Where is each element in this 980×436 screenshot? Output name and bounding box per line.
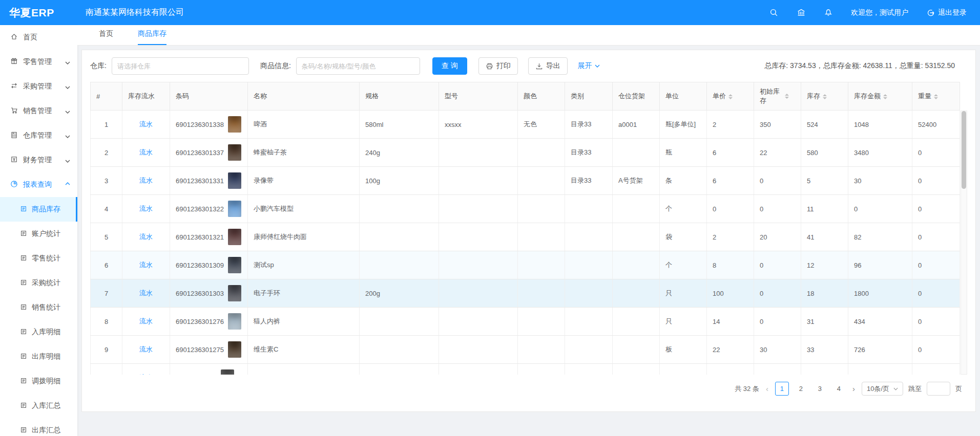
sidebar-item[interactable]: 采购管理 — [0, 74, 77, 99]
init-stock-cell: 0 — [754, 251, 801, 279]
column-header: 库存流水 — [122, 82, 170, 111]
price-cell — [707, 364, 754, 375]
color-cell — [518, 308, 565, 336]
unit-cell: 个 — [660, 195, 707, 223]
table-scrollbar[interactable] — [961, 111, 967, 375]
sidebar-subitem[interactable]: 调拨明细 — [0, 369, 77, 394]
product-image — [228, 313, 241, 330]
sidebar-subitem[interactable]: 零售统计 — [0, 246, 77, 271]
category-cell — [565, 251, 613, 279]
sort-carets[interactable] — [934, 94, 938, 99]
report-doc-icon — [20, 402, 27, 410]
app-header: 华夏ERP 南通某某网络科技有限公司 欢迎您，测试用户 退出登录 — [0, 0, 980, 25]
page-number[interactable]: 4 — [832, 382, 846, 396]
price-cell: 8 — [707, 251, 754, 279]
row-index: 7 — [91, 279, 122, 308]
sidebar-item[interactable]: 零售管理 — [0, 50, 77, 74]
scrollbar-thumb[interactable] — [962, 111, 966, 189]
tab[interactable]: 首页 — [99, 29, 113, 45]
product-image — [228, 285, 241, 301]
sort-carets[interactable] — [883, 94, 887, 99]
sidebar-item-label: 首页 — [23, 33, 37, 42]
stock-flow-link[interactable]: 流水 — [139, 289, 153, 297]
column-header: 库存金额 — [848, 82, 912, 111]
next-page-button[interactable]: › — [851, 384, 857, 393]
page-number[interactable]: 2 — [794, 382, 808, 396]
category-cell: 目录33 — [565, 167, 613, 195]
bell-icon[interactable] — [824, 8, 832, 17]
sales-icon — [10, 106, 18, 116]
sidebar-subitem[interactable]: 商品库存 — [0, 197, 77, 222]
stock-flow-link[interactable]: 流水 — [139, 120, 153, 128]
report-doc-icon — [20, 254, 27, 263]
report-doc-icon — [20, 426, 27, 435]
prev-page-button[interactable]: ‹ — [764, 384, 770, 393]
stock-flow-link[interactable]: 流水 — [139, 345, 153, 353]
search-icon[interactable] — [769, 8, 778, 17]
sidebar-item[interactable]: 报表查询 — [0, 172, 77, 197]
stock-cell: 18 — [801, 279, 848, 308]
warehouse-select[interactable] — [112, 57, 249, 75]
page-number[interactable]: 3 — [813, 382, 827, 396]
stock-flow-link[interactable]: 流水 — [139, 317, 153, 325]
category-cell — [565, 308, 613, 336]
table-row: 9 流水 6901236301275 维生素C — [91, 336, 960, 364]
page-number[interactable]: 1 — [775, 382, 789, 396]
barcode-value: 6901236301338 — [176, 121, 224, 128]
sidebar-item[interactable]: 仓库管理 — [0, 123, 77, 148]
sidebar-subitem[interactable]: 出库明细 — [0, 344, 77, 369]
sort-carets[interactable] — [785, 94, 789, 99]
company-name: 南通某某网络科技有限公司 — [86, 7, 184, 18]
table-row: 4 流水 6901236301322 小鹏汽车模型 — [91, 195, 960, 223]
sort-carets[interactable] — [823, 94, 827, 99]
print-button[interactable]: 打印 — [478, 57, 518, 75]
sort-carets[interactable] — [728, 94, 733, 99]
model-cell — [439, 364, 518, 375]
sidebar-subitem-label: 出库汇总 — [32, 426, 60, 435]
sidebar-subitem[interactable]: 入库明细 — [0, 320, 77, 344]
stock-flow-link[interactable]: 流水 — [139, 233, 153, 241]
spec-cell: 100g — [360, 167, 439, 195]
chevron-down-icon — [65, 181, 70, 189]
sidebar-subitem[interactable]: 入库汇总 — [0, 394, 77, 418]
sidebar-subitem[interactable]: 销售统计 — [0, 295, 77, 320]
stock-flow-link[interactable]: 流水 — [139, 177, 153, 184]
stock-flow-link[interactable]: 流水 — [139, 374, 153, 375]
export-button[interactable]: 导出 — [528, 57, 568, 75]
shelf-cell: a0001 — [613, 111, 660, 139]
search-button[interactable]: 查 询 — [432, 57, 467, 75]
page-size-select[interactable]: 10条/页 — [862, 382, 903, 396]
sidebar-subitem[interactable]: 出库汇总 — [0, 418, 77, 436]
bank-icon[interactable] — [797, 8, 806, 17]
weight-cell: 0 — [912, 251, 960, 279]
amount-cell: 0 — [848, 195, 912, 223]
product-info-input[interactable] — [296, 57, 420, 75]
sidebar-item[interactable]: 销售管理 — [0, 99, 77, 123]
product-name — [248, 364, 360, 375]
column-header: 规格 — [360, 82, 439, 111]
spec-cell — [360, 223, 439, 251]
barcode-value: 6901236301331 — [176, 177, 224, 185]
expand-toggle[interactable]: 展开 — [578, 61, 600, 71]
sidebar-item[interactable]: 财务管理 — [0, 148, 77, 172]
stock-flow-link[interactable]: 流水 — [139, 148, 153, 156]
price-cell: 2 — [707, 223, 754, 251]
sidebar: 首页 零售管理 采购管理 — [0, 25, 77, 436]
sidebar-subitem[interactable]: 采购统计 — [0, 271, 77, 295]
stock-flow-link[interactable]: 流水 — [139, 205, 153, 212]
stock-flow-link[interactable]: 流水 — [139, 261, 153, 269]
jump-page-input[interactable] — [927, 382, 950, 396]
stock-cell — [801, 364, 848, 375]
logout-button[interactable]: 退出登录 — [927, 8, 967, 17]
download-icon — [535, 62, 543, 70]
category-cell — [565, 336, 613, 364]
tab[interactable]: 商品库存 — [138, 29, 166, 45]
weight-cell: 0 — [912, 139, 960, 167]
sidebar-subitem[interactable]: 账户统计 — [0, 222, 77, 246]
sidebar-item-label: 仓库管理 — [23, 131, 52, 140]
product-name: 啤酒 — [248, 111, 360, 139]
model-cell: xxsxx — [439, 111, 518, 139]
row-index: 2 — [91, 139, 122, 167]
sidebar-item[interactable]: 首页 — [0, 25, 77, 50]
init-stock-cell: 20 — [754, 223, 801, 251]
